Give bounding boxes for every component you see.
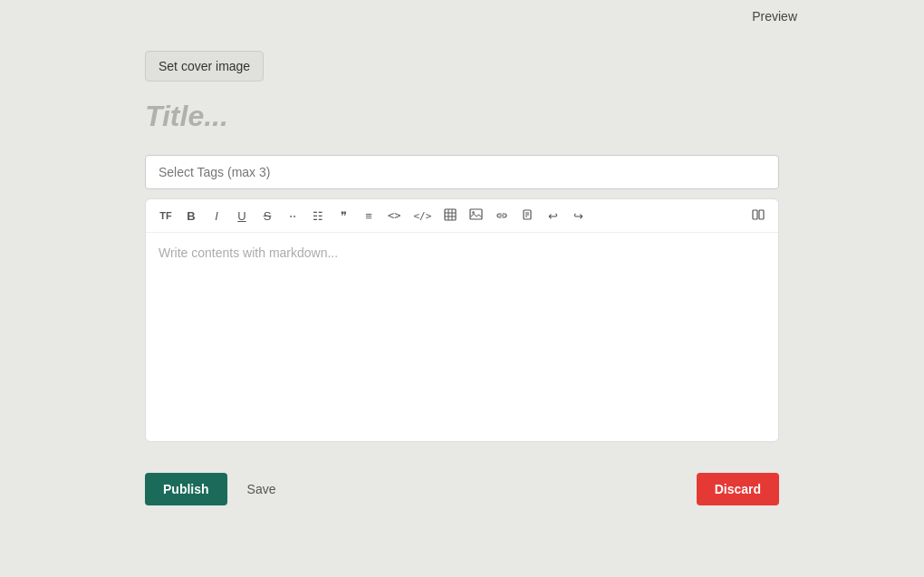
toolbar-redo-button[interactable]: ↪ [567,205,589,226]
align-icon: ≡ [365,209,372,223]
toolbar-underline-button[interactable]: U [231,205,253,226]
code-block-icon: </> [413,210,431,222]
title-input[interactable] [145,100,779,133]
strikethrough-icon: S [264,209,272,223]
undo-icon: ↩ [548,209,558,223]
toolbar-tf-button[interactable]: TF [155,205,177,226]
toolbar-inline-code-button[interactable]: <> [383,205,405,226]
blockquote-icon: ❞ [341,209,347,223]
discard-button[interactable]: Discard [697,473,779,505]
svg-rect-11 [753,210,757,219]
svg-rect-0 [445,209,456,220]
toolbar: TF B I U S ⋅⋅ ☷ ❞ [146,199,778,233]
toolbar-blockquote-button[interactable]: ❞ [332,205,354,226]
inline-code-icon: <> [388,209,400,222]
bottom-bar: Publish Save Discard [145,464,779,514]
editor-body[interactable]: Write contents with markdown... [146,233,778,441]
toolbar-code-block-button[interactable]: </> [409,205,436,226]
underline-icon: U [237,209,245,223]
toolbar-strikethrough-button[interactable]: S [256,205,278,226]
table-icon [444,208,457,224]
image-icon [469,208,483,223]
toolbar-clear-button[interactable] [516,205,538,226]
view-toggle-icon [752,209,765,223]
toolbar-image-button[interactable] [465,205,487,226]
toolbar-bold-button[interactable]: B [180,205,202,226]
set-cover-button[interactable]: Set cover image [145,51,264,82]
bold-icon: B [187,209,195,223]
italic-icon: I [215,209,218,223]
preview-button[interactable]: Preview [752,9,797,24]
svg-rect-5 [470,209,482,219]
tags-input[interactable] [145,155,779,189]
editor-placeholder: Write contents with markdown... [159,245,338,260]
toolbar-link-button[interactable] [491,205,513,226]
save-button[interactable]: Save [242,473,282,505]
toolbar-italic-button[interactable]: I [206,205,227,226]
bullet-list-icon: ⋅⋅ [289,209,296,223]
redo-icon: ↪ [573,209,583,223]
top-bar: Preview [0,0,924,33]
toolbar-ordered-list-button[interactable]: ☷ [307,205,329,226]
main-content: Set cover image TF B I U S ⋅⋅ [0,33,924,533]
publish-button[interactable]: Publish [145,473,227,505]
svg-rect-12 [759,210,764,219]
toolbar-align-button[interactable]: ≡ [358,205,380,226]
ordered-list-icon: ☷ [313,209,323,223]
link-icon [496,209,508,223]
toolbar-bullet-list-button[interactable]: ⋅⋅ [282,205,303,226]
svg-point-6 [472,211,475,214]
toolbar-table-button[interactable] [439,205,461,226]
toolbar-view-toggle-button[interactable] [747,205,769,226]
editor-container: TF B I U S ⋅⋅ ☷ ❞ [145,198,779,442]
tf-icon: TF [159,210,171,221]
toolbar-undo-button[interactable]: ↩ [542,205,563,226]
clear-icon [522,209,533,223]
